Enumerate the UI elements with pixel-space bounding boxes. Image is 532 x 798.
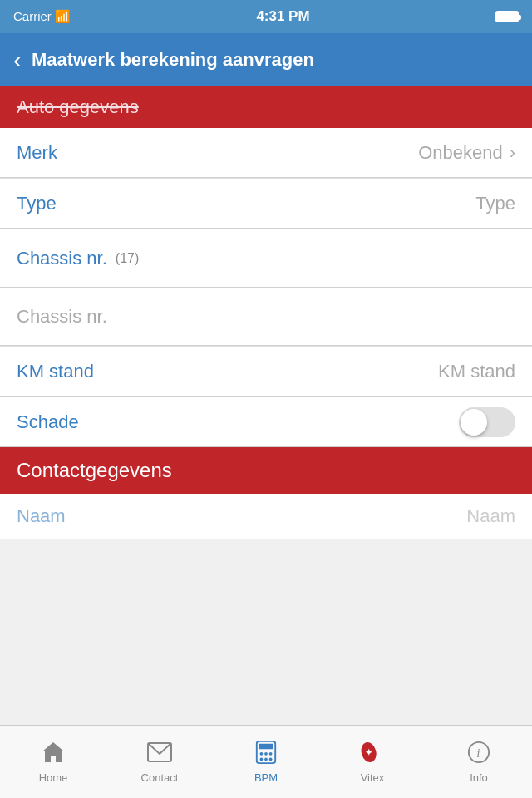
carrier-text: Carrier 📶 <box>13 9 71 24</box>
vitex-icon: ✦ <box>360 741 385 768</box>
tab-contact-label: Contact <box>141 771 179 784</box>
naam-value: Naam <box>466 505 515 527</box>
svg-text:✦: ✦ <box>365 746 372 756</box>
schade-row: Schade <box>0 397 532 447</box>
chassis-label: Chassis nr. <box>17 248 107 269</box>
chassis-counter: (17) <box>116 251 139 266</box>
naam-row[interactable]: Naam Naam <box>0 494 532 539</box>
merk-value: Onbekend <box>418 142 503 164</box>
toggle-track[interactable] <box>459 407 515 437</box>
km-label: KM stand <box>17 361 94 382</box>
svg-point-4 <box>264 752 268 756</box>
nav-title: Maatwerk berekening aanvragen <box>32 49 314 71</box>
tab-vitex-label: Vitex <box>361 771 385 784</box>
chassis-input[interactable] <box>17 306 515 328</box>
wifi-icon: 📶 <box>55 9 71 23</box>
nav-header: ‹ Maatwerk berekening aanvragen <box>0 33 532 86</box>
svg-point-8 <box>269 757 273 761</box>
section-header-auto: Auto gegevens <box>0 86 532 128</box>
naam-label: Naam <box>17 505 66 527</box>
envelope-icon <box>147 741 172 768</box>
svg-point-6 <box>260 757 264 761</box>
tab-contact[interactable]: Contact <box>106 726 213 798</box>
tab-info[interactable]: i Info <box>426 726 532 798</box>
status-bar: Carrier 📶 4:31 PM <box>0 0 532 33</box>
km-input[interactable] <box>94 361 515 382</box>
type-input[interactable] <box>57 193 515 214</box>
tab-home-label: Home <box>39 771 68 784</box>
tab-info-label: Info <box>470 771 488 784</box>
schade-toggle[interactable] <box>459 407 515 437</box>
main-scroll: Auto gegevens Merk Onbekend › Type Chass… <box>0 86 532 613</box>
info-icon: i <box>466 741 491 768</box>
svg-text:i: i <box>476 746 480 759</box>
svg-rect-2 <box>259 743 273 749</box>
merk-chevron-icon: › <box>510 142 515 164</box>
chassis-input-row[interactable] <box>0 288 532 346</box>
battery-icon <box>495 11 519 22</box>
svg-point-3 <box>260 752 264 756</box>
type-row[interactable]: Type <box>0 179 532 229</box>
toggle-thumb <box>461 409 487 436</box>
km-row[interactable]: KM stand <box>0 347 532 397</box>
time-display: 4:31 PM <box>256 8 309 25</box>
type-label: Type <box>17 193 57 214</box>
merk-row[interactable]: Merk Onbekend › <box>0 128 532 178</box>
schade-label: Schade <box>17 411 79 433</box>
chassis-header-row: Chassis nr. (17) <box>0 229 532 288</box>
svg-point-5 <box>269 752 273 756</box>
calculator-icon <box>254 741 278 768</box>
svg-point-7 <box>264 757 268 761</box>
home-icon <box>41 741 66 768</box>
tab-home[interactable]: Home <box>0 726 106 798</box>
battery-indicator <box>495 11 519 22</box>
back-button[interactable]: ‹ <box>13 47 22 72</box>
merk-label: Merk <box>17 142 57 164</box>
section-header-contact: Contactgegevens <box>0 447 532 494</box>
tab-bpm[interactable]: BPM <box>213 726 319 798</box>
tab-bpm-label: BPM <box>254 771 278 784</box>
tab-vitex[interactable]: ✦ Vitex <box>319 726 426 798</box>
tab-bar: Home Contact BPM <box>0 725 532 798</box>
